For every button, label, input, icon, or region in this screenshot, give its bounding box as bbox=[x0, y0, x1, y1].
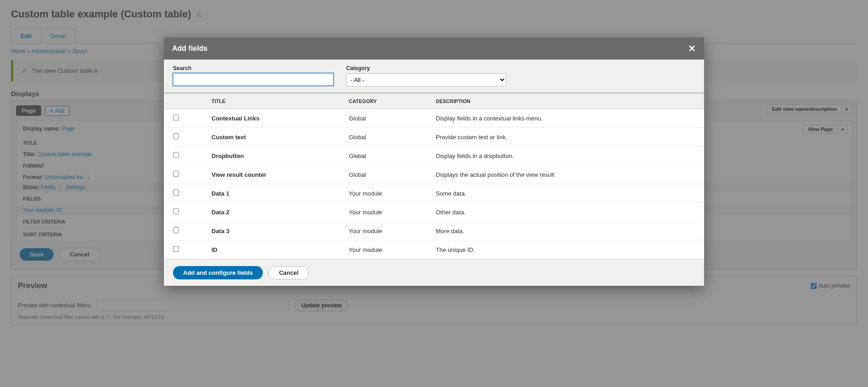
field-category: Global bbox=[342, 147, 429, 165]
field-checkbox[interactable] bbox=[173, 227, 179, 233]
table-row: Custom textGlobalProvide custom text or … bbox=[164, 128, 704, 147]
field-title: ID bbox=[205, 240, 342, 259]
table-row: Data 2Your moduleOther data. bbox=[164, 203, 704, 222]
field-description: Display fields in a contextual links men… bbox=[429, 109, 704, 128]
field-description: The unique ID. bbox=[429, 240, 704, 259]
table-row: IDYour moduleThe unique ID. bbox=[164, 240, 704, 259]
field-category: Your module bbox=[342, 240, 429, 259]
add-fields-modal: Add fields ✕ Search Category - All - TIT… bbox=[164, 38, 704, 286]
table-row: Data 1Your moduleSome data. bbox=[164, 184, 704, 203]
th-checkbox bbox=[164, 93, 205, 109]
field-description: Displays the actual position of the view… bbox=[429, 165, 704, 184]
field-category: Your module bbox=[342, 203, 429, 222]
field-title: Dropbutton bbox=[205, 147, 342, 165]
field-description: Other data. bbox=[429, 203, 704, 222]
fields-table: TITLE CATEGORY DESCRIPTION Contextual Li… bbox=[164, 93, 704, 259]
th-category: CATEGORY bbox=[342, 93, 429, 109]
search-label: Search bbox=[173, 65, 333, 71]
field-checkbox[interactable] bbox=[173, 208, 179, 214]
field-title: Custom text bbox=[205, 128, 342, 147]
modal-cancel-button[interactable]: Cancel bbox=[268, 266, 309, 279]
th-title: TITLE bbox=[205, 93, 342, 109]
field-title: View result counter bbox=[205, 165, 342, 184]
field-description: Display fields in a dropbutton. bbox=[429, 147, 704, 165]
modal-overlay: Add fields ✕ Search Category - All - TIT… bbox=[0, 0, 868, 333]
field-description: More data. bbox=[429, 222, 704, 240]
field-category: Your module bbox=[342, 184, 429, 203]
field-category: Global bbox=[342, 128, 429, 147]
modal-title: Add fields bbox=[172, 44, 207, 53]
field-checkbox[interactable] bbox=[173, 133, 179, 139]
table-row: Contextual LinksGlobalDisplay fields in … bbox=[164, 109, 704, 128]
field-category: Global bbox=[342, 165, 429, 184]
field-checkbox[interactable] bbox=[173, 114, 179, 120]
category-label: Category bbox=[346, 65, 506, 71]
search-input[interactable] bbox=[173, 73, 333, 86]
th-description: DESCRIPTION bbox=[429, 93, 704, 109]
field-title: Data 2 bbox=[205, 203, 342, 222]
field-checkbox[interactable] bbox=[173, 246, 179, 252]
field-title: Contextual Links bbox=[205, 109, 342, 128]
close-icon[interactable]: ✕ bbox=[688, 43, 696, 54]
table-row: View result counterGlobalDisplays the ac… bbox=[164, 165, 704, 184]
field-description: Some data. bbox=[429, 184, 704, 203]
field-description: Provide custom text or link. bbox=[429, 128, 704, 147]
table-row: DropbuttonGlobalDisplay fields in a drop… bbox=[164, 147, 704, 165]
field-category: Your module bbox=[342, 222, 429, 240]
table-row: Data 3Your moduleMore data. bbox=[164, 222, 704, 240]
field-checkbox[interactable] bbox=[173, 190, 179, 196]
field-title: Data 1 bbox=[205, 184, 342, 203]
field-checkbox[interactable] bbox=[173, 171, 179, 177]
add-configure-button[interactable]: Add and configure fields bbox=[173, 266, 263, 279]
field-category: Global bbox=[342, 109, 429, 128]
field-checkbox[interactable] bbox=[173, 152, 179, 158]
field-title: Data 3 bbox=[205, 222, 342, 240]
category-select[interactable]: - All - bbox=[346, 73, 506, 87]
